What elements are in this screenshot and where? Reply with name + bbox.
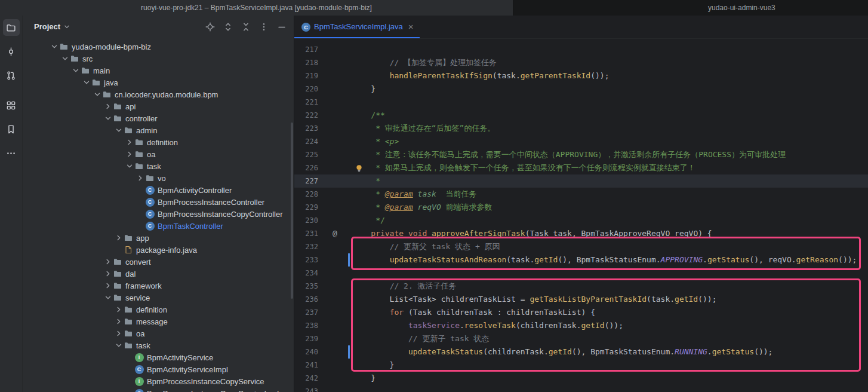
tree-item-yudao-module-bpm-biz[interactable]: yudao-module-bpm-biz	[23, 41, 294, 53]
code-line-238[interactable]: 238 taskService.resolveTask(childrenTask…	[294, 319, 868, 332]
line-number[interactable]: 241	[294, 359, 318, 372]
code-line-217[interactable]: 217	[294, 43, 868, 56]
tree-item-bpmprocessinstancecopyservice[interactable]: IBpmProcessInstanceCopyService	[23, 375, 294, 387]
tree-item-src[interactable]: src	[23, 53, 294, 65]
line-number[interactable]: 223	[294, 122, 318, 135]
bookmarks-icon[interactable]	[3, 121, 20, 137]
code-line-242[interactable]: 242 }	[294, 372, 868, 385]
code-line-227[interactable]: 227 *	[294, 174, 868, 188]
tree-item-vo[interactable]: vo	[23, 172, 294, 184]
tree-item-message[interactable]: message	[23, 316, 294, 327]
tree-item-controller[interactable]: controller	[23, 112, 294, 124]
tree-item-admin[interactable]: admin	[23, 124, 294, 136]
tree-item-definition[interactable]: definition	[23, 304, 294, 316]
tree-item-framework[interactable]: framework	[23, 280, 294, 292]
code-line-233[interactable]: 233 updateTaskStatusAndReason(task.getId…	[294, 253, 868, 267]
tree-item-bpmactivityserviceimpl[interactable]: CBpmActivityServiceImpl	[23, 363, 294, 375]
line-number[interactable]: 243	[294, 385, 318, 392]
pull-requests-icon[interactable]	[3, 67, 20, 84]
chevron-right-icon[interactable]	[103, 281, 113, 290]
tree-item-package-info.java[interactable]: package-info.java	[23, 244, 294, 256]
chevron-right-icon[interactable]	[136, 173, 145, 183]
code-line-230[interactable]: 230 */	[294, 214, 868, 227]
code-line-241[interactable]: 241 }	[294, 359, 868, 372]
code-line-223[interactable]: 223 * 审批通过存在“后加签”的任务。	[294, 122, 868, 135]
tree-item-convert[interactable]: convert	[23, 256, 294, 268]
more-icon[interactable]	[3, 145, 20, 161]
chevron-down-icon[interactable]	[63, 23, 71, 31]
project-panel-title[interactable]: Project	[34, 22, 60, 31]
code-line-220[interactable]: 220 }	[294, 82, 868, 96]
tree-item-app[interactable]: app	[23, 232, 294, 244]
tree-item-task[interactable]: task	[23, 339, 294, 351]
code-line-225[interactable]: 225 * 注意：该任务不能马上完成，需要一个中间状态（APPROVING），并…	[294, 148, 868, 161]
line-number[interactable]: 229	[294, 201, 318, 214]
chevron-right-icon[interactable]	[125, 137, 134, 147]
code-line-236[interactable]: 236 List<Task> childrenTaskList = getTas…	[294, 293, 868, 306]
line-number[interactable]: 217	[294, 43, 318, 56]
line-number[interactable]: 235	[294, 280, 318, 293]
line-number[interactable]: 230	[294, 214, 318, 227]
line-number[interactable]: 232	[294, 240, 318, 253]
chevron-down-icon[interactable]	[125, 161, 134, 171]
chevron-down-icon[interactable]	[71, 66, 81, 75]
chevron-right-icon[interactable]	[114, 329, 124, 338]
code-line-231[interactable]: 231@ private void approveAfterSignTask(T…	[294, 227, 868, 240]
line-number[interactable]: 231	[294, 227, 318, 240]
tree-item-bpmactivityservice[interactable]: IBpmActivityService	[23, 351, 294, 363]
tree-item-bpmprocessinstancecopycontroller[interactable]: CBpmProcessInstanceCopyController	[23, 208, 294, 220]
code-line-239[interactable]: 239 // 更新子 task 状态	[294, 332, 868, 345]
code-line-240[interactable]: 240 updateTaskStatus(childrenTask.getId(…	[294, 345, 868, 359]
code-line-222[interactable]: 222 /**	[294, 109, 868, 122]
tree-item-bpmprocessinstancecontroller[interactable]: CBpmProcessInstanceController	[23, 196, 294, 208]
code-line-219[interactable]: 219 handleParentTaskIfSign(task.getParen…	[294, 69, 868, 82]
line-number[interactable]: 228	[294, 188, 318, 201]
chevron-right-icon[interactable]	[114, 305, 124, 314]
line-number[interactable]: 219	[294, 69, 318, 82]
code-line-229[interactable]: 229 * @param reqVO 前端请求参数	[294, 201, 868, 214]
line-number[interactable]: 242	[294, 372, 318, 385]
structure-icon[interactable]	[3, 97, 20, 114]
code-area[interactable]: 217218 // 【加签专属】处理加签任务219 handleParentTa…	[294, 39, 868, 392]
code-line-235[interactable]: 235 // 2. 激活子任务	[294, 280, 868, 293]
tree-item-oa[interactable]: oa	[23, 148, 294, 160]
tree-item-service[interactable]: service	[23, 292, 294, 304]
tree-item-cn.iocoder.yudao.module.bpm[interactable]: cn.iocoder.yudao.module.bpm	[23, 88, 294, 100]
code-line-243[interactable]: 243	[294, 385, 868, 392]
chevron-right-icon[interactable]	[103, 257, 113, 267]
tree-item-dal[interactable]: dal	[23, 268, 294, 280]
more-vertical-icon[interactable]	[259, 22, 269, 32]
line-number[interactable]: 221	[294, 96, 318, 109]
code-line-224[interactable]: 224 * <p>	[294, 135, 868, 148]
code-line-226[interactable]: 226 * 如果马上完成，则会触发下一个任务，甚至如果没有下一个任务则流程实例就…	[294, 161, 868, 174]
code-line-218[interactable]: 218 // 【加签专属】处理加签任务	[294, 56, 868, 69]
tab-bpmtaskserviceimpl[interactable]: C BpmTaskServiceImpl.java ×	[294, 16, 420, 38]
collapse-all-icon[interactable]	[241, 22, 251, 32]
chevron-right-icon[interactable]	[114, 233, 124, 243]
code-line-228[interactable]: 228 * @param task 当前任务	[294, 188, 868, 201]
tree-item-oa[interactable]: oa	[23, 327, 294, 339]
chevron-down-icon[interactable]	[103, 114, 113, 123]
tree-item-bpmactivitycontroller[interactable]: CBpmActivityController	[23, 184, 294, 196]
code-line-232[interactable]: 232 // 更新父 task 状态 + 原因	[294, 240, 868, 253]
chevron-down-icon[interactable]	[114, 341, 124, 350]
line-number[interactable]: 236	[294, 293, 318, 306]
tree-item-java[interactable]: java	[23, 76, 294, 88]
tree-item-api[interactable]: api	[23, 100, 294, 112]
chevron-right-icon[interactable]	[103, 102, 113, 111]
line-number[interactable]: 234	[294, 267, 318, 280]
line-number[interactable]: 227	[294, 174, 318, 188]
line-number[interactable]: 233	[294, 253, 318, 267]
line-number[interactable]: 239	[294, 332, 318, 345]
line-number[interactable]: 224	[294, 135, 318, 148]
line-number[interactable]: 238	[294, 319, 318, 332]
close-icon[interactable]: ×	[408, 22, 414, 31]
chevron-down-icon[interactable]	[114, 125, 124, 135]
line-number[interactable]: 225	[294, 148, 318, 161]
project-icon[interactable]	[3, 19, 20, 36]
tree-item-definition[interactable]: definition	[23, 136, 294, 148]
chevron-down-icon[interactable]	[93, 90, 102, 99]
commit-icon[interactable]	[3, 43, 20, 60]
chevron-right-icon[interactable]	[125, 149, 134, 159]
line-number[interactable]: 218	[294, 56, 318, 69]
